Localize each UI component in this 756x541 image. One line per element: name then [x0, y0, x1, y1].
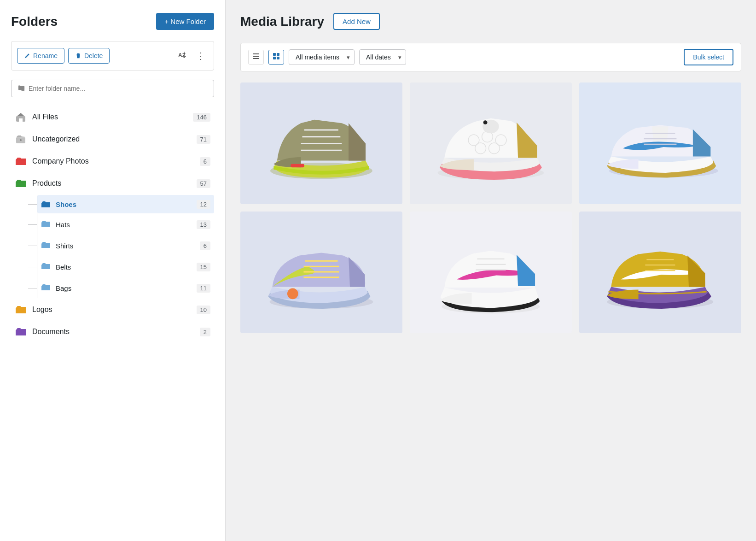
subfolder-item-bags[interactable]: Bags 11 — [37, 278, 214, 298]
folder-label-documents: Documents — [32, 328, 200, 336]
subfolder-count-shirts: 6 — [200, 241, 210, 250]
folder-logos-icon — [15, 304, 27, 316]
folders-title: Folders — [11, 14, 58, 29]
media-item-5[interactable] — [410, 212, 572, 333]
media-items-filter[interactable]: All media items Images Video Audio — [289, 49, 355, 65]
media-library-title: Media Library — [240, 14, 324, 29]
folders-panel: Folders + New Folder Rename Delete AZ ⋮ — [0, 0, 226, 541]
svg-rect-4 — [19, 118, 23, 122]
folder-documents-icon — [15, 326, 27, 338]
new-folder-button[interactable]: + New Folder — [156, 13, 214, 30]
media-item-4[interactable] — [240, 212, 402, 333]
more-options-button[interactable]: ⋮ — [193, 48, 208, 63]
media-item-6[interactable] — [579, 212, 741, 333]
media-items-filter-wrap: All media items Images Video Audio — [289, 49, 355, 65]
subfolder-item-shirts[interactable]: Shirts 6 — [37, 235, 214, 256]
add-new-button[interactable]: Add New — [333, 13, 380, 30]
folder-item-all-files[interactable]: All Files 146 — [11, 106, 214, 128]
svg-rect-12 — [273, 57, 276, 59]
folder-search-icon — [18, 85, 25, 92]
rename-button[interactable]: Rename — [17, 48, 64, 64]
dates-filter[interactable]: All dates 2024 2023 — [359, 49, 406, 65]
svg-rect-19 — [291, 164, 304, 167]
subfolder-label-shoes: Shoes — [56, 200, 197, 208]
subfolder-item-shoes[interactable]: Shoes 12 — [37, 195, 214, 213]
folder-item-products: Products 57 Shoes 12 — [11, 173, 214, 298]
folder-label-all-files: All Files — [32, 113, 193, 121]
bulk-select-button[interactable]: Bulk select — [684, 49, 733, 65]
folder-count-logos: 10 — [197, 306, 210, 314]
folder-company-photos-icon — [15, 155, 27, 167]
media-library-header: Media Library Add New — [240, 13, 741, 30]
svg-point-27 — [483, 120, 488, 124]
delete-icon — [75, 53, 81, 59]
media-grid — [240, 82, 741, 333]
media-item-1[interactable] — [240, 82, 402, 204]
folder-shirts-icon — [41, 240, 51, 252]
folder-belts-icon — [41, 261, 51, 273]
folder-item-company-photos[interactable]: Company Photos 6 — [11, 151, 214, 172]
folder-count-documents: 2 — [200, 328, 210, 336]
svg-point-33 — [287, 288, 298, 299]
subfolder-count-shoes: 12 — [197, 200, 210, 209]
svg-point-6 — [20, 139, 22, 141]
home-icon — [15, 111, 27, 123]
svg-rect-9 — [253, 58, 259, 59]
shoe-image-3 — [592, 93, 728, 194]
folder-item-uncategorized[interactable]: Uncategorized 71 — [11, 129, 214, 150]
folder-count-company-photos: 6 — [200, 157, 210, 166]
shoe-image-6 — [592, 222, 728, 323]
shoe-image-5 — [423, 222, 559, 323]
subfolder-label-shirts: Shirts — [56, 242, 200, 250]
media-item-2[interactable] — [410, 82, 572, 204]
folders-header: Folders + New Folder — [11, 13, 214, 30]
subfolder-count-belts: 15 — [197, 263, 210, 271]
folder-label-products: Products — [32, 179, 197, 188]
folder-count-uncategorized: 71 — [197, 135, 210, 144]
sort-az-icon: AZ — [178, 50, 187, 59]
folder-toolbar: Rename Delete AZ ⋮ — [11, 41, 214, 71]
subfolder-label-bags: Bags — [56, 284, 197, 292]
dates-filter-wrap: All dates 2024 2023 — [359, 49, 406, 65]
folder-label-logos: Logos — [32, 306, 197, 314]
rename-icon — [24, 53, 30, 59]
grid-view-button[interactable] — [268, 50, 284, 65]
svg-rect-7 — [253, 53, 259, 54]
folder-bags-icon — [41, 282, 51, 294]
folder-count-all-files: 146 — [193, 113, 210, 122]
folder-search-input[interactable] — [29, 85, 207, 92]
subfolder-count-hats: 13 — [197, 220, 210, 229]
folder-search — [11, 80, 214, 97]
folder-count-products: 57 — [197, 179, 210, 188]
list-view-button[interactable] — [248, 50, 264, 65]
shoe-image-1 — [253, 93, 390, 194]
folder-label-company-photos: Company Photos — [32, 157, 200, 165]
grid-view-icon — [273, 53, 280, 60]
subfolder-count-bags: 11 — [197, 284, 210, 293]
subfolder-label-belts: Belts — [56, 263, 197, 271]
sort-button[interactable]: AZ — [175, 48, 190, 64]
subfolder-item-belts[interactable]: Belts 15 — [37, 257, 214, 277]
subfolder-item-hats[interactable]: Hats 13 — [37, 214, 214, 235]
media-library-panel: Media Library Add New All media items Im… — [226, 0, 756, 541]
delete-button[interactable]: Delete — [68, 48, 110, 64]
folder-label-uncategorized: Uncategorized — [32, 135, 197, 143]
subfolder-label-hats: Hats — [56, 221, 197, 229]
svg-rect-13 — [277, 57, 279, 59]
media-item-3[interactable] — [579, 82, 741, 204]
folder-products-icon — [15, 177, 27, 189]
media-filter-row: All media items Images Video Audio All d… — [240, 43, 741, 71]
shoe-image-2 — [423, 93, 559, 194]
folder-item-documents[interactable]: Documents 2 — [11, 321, 214, 342]
folder-uncategorized-icon — [15, 133, 27, 145]
folder-list: All Files 146 Uncategorized 71 — [11, 106, 214, 342]
folder-hats-icon — [41, 218, 51, 230]
folder-shoes-icon — [41, 199, 51, 209]
svg-rect-11 — [277, 53, 279, 56]
svg-rect-10 — [273, 53, 276, 56]
list-view-icon — [252, 53, 260, 60]
svg-line-2 — [24, 90, 24, 91]
shoe-image-4 — [253, 222, 390, 323]
svg-rect-8 — [253, 56, 259, 57]
folder-item-logos[interactable]: Logos 10 — [11, 299, 214, 320]
